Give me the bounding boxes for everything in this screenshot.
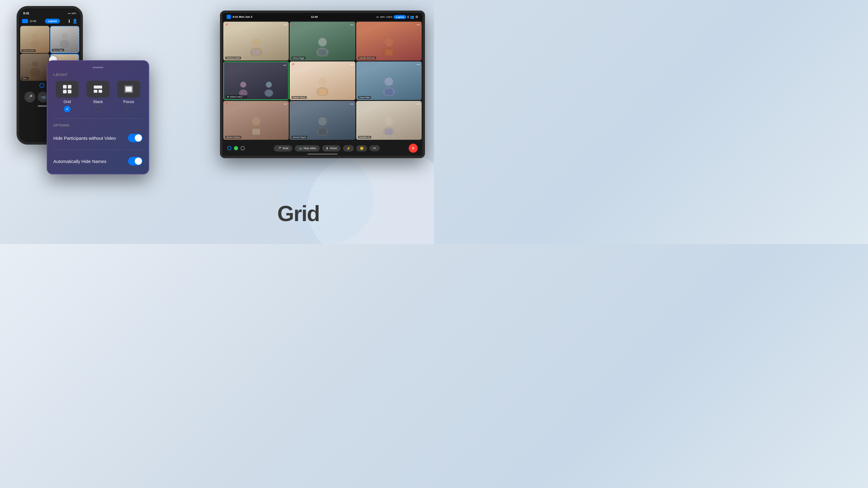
ipad-ind-green [234, 146, 238, 150]
ipad-more-darren[interactable]: ••• [284, 102, 287, 106]
ipad-more-henry[interactable]: ••• [350, 23, 353, 27]
layout-option-grid-label: Grid [64, 99, 71, 104]
svg-rect-33 [318, 89, 327, 95]
layout-option-focus[interactable]: Focus [115, 81, 143, 112]
phone-person-2: Henry Riggs [51, 27, 79, 53]
ipad-layout-btn[interactable]: Layout [394, 15, 406, 19]
signal-icon: ▪▪▪ [68, 12, 70, 15]
svg-point-6 [30, 68, 40, 76]
phone-name-3: Maris [22, 77, 28, 79]
phone-cell-2: Henry Riggs [50, 26, 79, 53]
ipad-more-options-button[interactable]: ••• [370, 145, 379, 151]
ipad-status-bar: 9:41 Mon Jun 3 12:40 ▪▪▪ WiFi 100% Layou… [222, 13, 423, 21]
ipad-pin-clarissa[interactable]: 📌 [225, 23, 228, 26]
marise-silhouette [315, 76, 330, 96]
ipad-stopvideo-button[interactable]: 📹 Stop video [295, 145, 320, 152]
ipad-reactions-button[interactable]: 😊 [356, 145, 367, 152]
ipad-pin-marise[interactable]: 📌 [291, 63, 294, 66]
stack-icon [93, 85, 103, 93]
ipad-cell-isabelle: Isabelle Brennan ••• [356, 22, 422, 61]
phone-status-time: 9:41 [23, 12, 29, 15]
layout-option-focus-box [117, 81, 140, 98]
ipad-video-grid: Clarissa Smith ••• 📌 Henry Riggs ••• 📌 [222, 21, 423, 141]
hide-video-toggle[interactable] [128, 134, 143, 142]
svg-point-29 [266, 82, 272, 88]
svg-point-40 [318, 117, 327, 126]
ipad-share-icon: ⬆ [326, 147, 328, 150]
phone-participants-icon[interactable]: 👤 [72, 19, 78, 24]
svg-point-1 [32, 33, 38, 39]
layout-option-stack-box [87, 81, 110, 98]
ipad-status-date: 9:41 Mon Jun 3 [233, 15, 252, 19]
ipad-more-umar[interactable]: ••• [416, 63, 420, 66]
svg-point-2 [30, 40, 40, 48]
danielle-silhouette [381, 116, 396, 135]
layout-option-focus-check [125, 106, 132, 112]
svg-rect-12 [68, 90, 71, 93]
ipad-more-clarissa[interactable]: ••• [284, 23, 287, 27]
phone-notch [38, 8, 62, 14]
person-silhouette-2 [59, 32, 71, 48]
svg-rect-39 [252, 129, 260, 135]
layout-options: Grid Stack Focu [53, 81, 143, 112]
ipad-pin-darren[interactable]: 📌 [225, 102, 228, 105]
auto-hide-names-toggle[interactable] [128, 157, 143, 165]
svg-rect-42 [318, 129, 327, 135]
ipad-ind-blue [227, 146, 231, 150]
ipad-share-button[interactable]: ⬆ Share [322, 145, 341, 152]
phone-info-icon[interactable]: ℹ [68, 19, 70, 24]
ipad-participants-icon[interactable]: 👥 [410, 15, 414, 19]
phone-mute-button[interactable]: 🎤 [24, 92, 35, 102]
phone-name-1: Clarissa Smith [22, 50, 36, 52]
ipad-mute-button[interactable]: 🎤 Mute [274, 145, 292, 152]
ipad-more-greatwall[interactable]: ••• [283, 64, 287, 67]
ipad-reactions-icon: 😊 [360, 147, 364, 150]
ipad-name-isabelle: Isabelle Brennan [358, 57, 376, 59]
ipad-mute-icon: 🎤 [277, 147, 281, 150]
svg-rect-10 [68, 85, 71, 89]
ipad-more-danielle[interactable]: ••• [416, 102, 420, 106]
phone-name-2: Henry Riggs [52, 49, 64, 51]
ipad-name-darren: Darren Owens [225, 136, 241, 138]
isabelle-silhouette [381, 37, 396, 56]
svg-point-4 [60, 39, 70, 48]
video-icon: 📹 [41, 95, 46, 99]
svg-rect-36 [385, 89, 393, 95]
ipad-webex-icon [227, 15, 231, 19]
ipad-pin-ahmed[interactable]: 📌 [291, 102, 294, 105]
ipad-mute-label: Mute [282, 147, 288, 150]
phone-layout-button[interactable]: Layout [45, 19, 60, 24]
svg-point-18 [252, 38, 260, 46]
ipad-cell-darren: Darren Owens ••• 📌 [223, 101, 289, 140]
hide-video-option: Hide Participants without Video [53, 131, 143, 144]
layout-option-grid[interactable]: Grid [53, 81, 81, 112]
ipad-pin-henry[interactable]: 📌 [291, 23, 294, 26]
ipad-name-marise: Marise Torres [291, 96, 307, 99]
ipad-group-label: GREAT WALL ⌄ [226, 95, 247, 98]
ipad-end-call-button[interactable]: ✕ [409, 144, 418, 153]
end-call-icon: ✕ [411, 146, 415, 151]
ipad-more-marise[interactable]: ••• [350, 63, 353, 66]
ipad-more-isabelle[interactable]: ••• [416, 23, 420, 27]
ipad-home-bar [307, 154, 338, 155]
phone-meeting-time: 12:40 [30, 20, 36, 23]
svg-rect-17 [126, 87, 132, 92]
layout-option-stack-label: Stack [93, 99, 103, 104]
svg-point-37 [252, 117, 260, 126]
svg-rect-9 [63, 85, 67, 89]
ipad-info-icon[interactable]: ℹ [407, 15, 409, 19]
svg-point-30 [265, 90, 273, 97]
svg-rect-14 [94, 90, 97, 93]
ipad-more-ahmed[interactable]: ••• [350, 102, 353, 106]
ipad-bluetooth-icon: ⚡ [347, 147, 350, 150]
gw-person1-silhouette [237, 80, 249, 97]
ipad-bluetooth-button[interactable]: ⚡ [343, 145, 354, 152]
layout-option-grid-box [56, 81, 79, 98]
svg-rect-23 [318, 50, 327, 56]
phone-status-icons: ▪▪▪ WiFi [68, 12, 76, 15]
phone-person-1: Clarissa Smith [20, 26, 50, 53]
layout-option-stack[interactable]: Stack [84, 81, 112, 112]
ipad-more-icon[interactable]: ⚙ [415, 15, 418, 19]
layout-popup: LAYOUT Grid [47, 60, 149, 174]
ipad-cell-greatwall: GREAT WALL ⌄ ••• [223, 61, 289, 100]
